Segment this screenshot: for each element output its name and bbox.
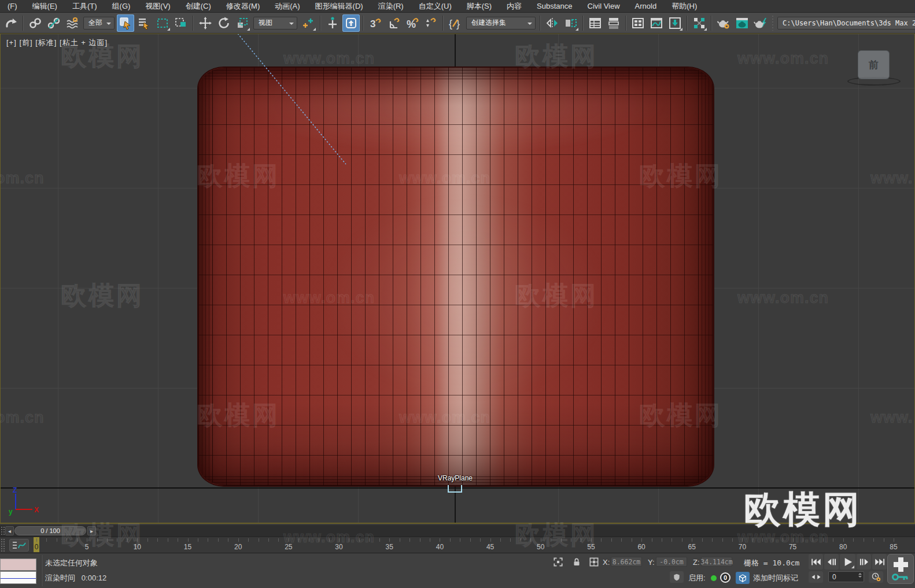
render-production-button[interactable] — [752, 14, 769, 32]
named-selection-set-dropdown[interactable]: 创建选择集 — [466, 17, 536, 29]
zero-badge[interactable]: 0 — [720, 572, 730, 583]
schematic-view-button[interactable] — [666, 14, 684, 32]
add-time-tag-button[interactable] — [736, 572, 750, 584]
select-and-link-button[interactable] — [27, 14, 44, 32]
menu-item-10[interactable]: 自定义(U) — [411, 0, 459, 12]
rectangular-selection-region-button[interactable] — [154, 14, 171, 32]
menu-item-9[interactable]: 渲染(R) — [371, 0, 411, 12]
unlink-selection-button[interactable] — [45, 14, 62, 32]
window-crossing-toggle[interactable] — [172, 14, 190, 32]
render-setup-button[interactable] — [715, 14, 732, 32]
menu-item-13[interactable]: Substance — [529, 0, 580, 12]
ruler-tick — [894, 538, 894, 542]
previous-frame-icon — [826, 558, 837, 566]
select-by-name-button[interactable] — [135, 14, 153, 32]
menu-item-16[interactable]: 帮助(H) — [664, 0, 704, 12]
progressive-display-button[interactable] — [670, 571, 684, 583]
menu-item-14[interactable]: Civil View — [580, 0, 628, 12]
angle-snap-toggle[interactable] — [385, 14, 403, 32]
menu-item-11[interactable]: 脚本(S) — [459, 0, 499, 12]
spinner-snap-toggle[interactable] — [422, 14, 440, 32]
snaps-toggle-button[interactable] — [342, 14, 360, 32]
ruler-tick — [460, 538, 460, 542]
material-editor-button[interactable] — [691, 14, 708, 32]
x-coordinate-value: 8.662cm — [613, 558, 640, 566]
previous-frame-button[interactable] — [824, 554, 839, 569]
snap-3d-toggle[interactable]: 3 — [367, 14, 384, 32]
ruler-label-85: 85 — [890, 543, 897, 551]
layer-explorer-button[interactable] — [605, 14, 622, 32]
menu-item-8[interactable]: 图形编辑器(D) — [308, 0, 371, 12]
time-slider-track[interactable]: ◂ 0 / 100 ▸ — [0, 525, 915, 537]
track-bar[interactable]: 0510152025303540455055606570758085 — [0, 537, 915, 553]
menu-item-3[interactable]: 组(G) — [105, 0, 138, 12]
absolute-offset-toggle[interactable] — [588, 556, 600, 568]
project-folder-dropdown[interactable]: C:\Users\Han\Documents\3ds Max 2022 — [777, 17, 915, 29]
next-frame-arrow-button[interactable]: ▸ — [87, 526, 96, 535]
key-mode-toggle[interactable] — [809, 571, 823, 583]
object-shading — [198, 68, 713, 486]
select-object-button[interactable] — [117, 14, 134, 32]
viewport-front[interactable]: Z X y [+] [前] [标准] [粘土 + 边面] 前 VRayPlane — [0, 34, 915, 524]
menu-item-7[interactable]: 动画(A) — [267, 0, 307, 12]
isolate-selection-button[interactable] — [552, 556, 565, 568]
selection-filter-dropdown[interactable]: 全部 — [83, 17, 115, 29]
z-coordinate-field[interactable]: 34.114cm — [701, 557, 732, 567]
viewport-label[interactable]: [+] [前] [标准] [粘土 + 边面] — [6, 38, 108, 48]
toolbar-separator — [442, 16, 444, 31]
menu-item-2[interactable]: 工具(T) — [65, 0, 105, 12]
play-animation-button[interactable] — [840, 554, 855, 569]
ruler-tick — [783, 538, 783, 542]
ruler-tick — [641, 538, 642, 542]
align-button[interactable] — [562, 14, 580, 32]
menu-item-5[interactable]: 创建(C) — [178, 0, 219, 12]
mirror-button[interactable] — [544, 14, 561, 32]
curve-editor-button[interactable] — [648, 14, 665, 32]
viewcube[interactable]: 前 — [858, 50, 890, 79]
menu-item-6[interactable]: 修改器(M) — [219, 0, 268, 12]
ribbon-toggle-button[interactable] — [629, 14, 647, 32]
redo-button[interactable] — [2, 14, 20, 32]
ruler-tick — [298, 538, 299, 542]
time-slider-handle[interactable]: 0 / 100 — [14, 526, 86, 535]
previous-frame-arrow-button[interactable]: ◂ — [5, 526, 14, 535]
y-coordinate-field[interactable]: -0.0cm — [656, 557, 687, 567]
slider-grip-handle[interactable] — [1, 526, 5, 535]
time-configuration-button[interactable] — [869, 571, 883, 583]
menu-item-0[interactable]: (F) — [0, 0, 25, 12]
go-to-end-button[interactable] — [872, 554, 887, 569]
set-keys-button[interactable] — [887, 554, 914, 584]
next-frame-button[interactable] — [857, 554, 871, 569]
go-to-start-button[interactable] — [809, 554, 823, 569]
edit-named-selection-sets-button[interactable]: {} — [447, 14, 464, 32]
vrayplane-object[interactable] — [197, 66, 714, 487]
select-and-manipulate-button[interactable] — [324, 14, 341, 32]
maxscript-mini-listener-white[interactable] — [0, 571, 36, 584]
trackbar-grip-handle[interactable] — [1, 538, 5, 552]
rendered-frame-window-button[interactable] — [733, 14, 751, 32]
listener-divider-line — [1, 578, 36, 579]
select-and-rotate-button[interactable] — [215, 14, 233, 32]
frame-field-spinner[interactable] — [858, 573, 862, 578]
menu-item-4[interactable]: 视图(V) — [138, 0, 178, 12]
grid-line — [758, 34, 759, 523]
toolbar-separator-dotted — [772, 16, 773, 31]
use-center-flyout-button[interactable] — [300, 14, 317, 32]
menu-item-15[interactable]: Arnold — [628, 0, 665, 12]
x-coordinate-field[interactable]: 8.662cm — [611, 557, 642, 567]
current-frame-field[interactable]: 0 — [828, 571, 864, 582]
chevron-down-icon — [106, 23, 111, 27]
ruler-tick — [409, 538, 410, 542]
mini-curve-editor-button[interactable] — [9, 539, 29, 552]
reference-coordinate-dropdown[interactable]: 视图 — [253, 17, 297, 29]
selection-lock-toggle[interactable] — [570, 556, 583, 568]
select-and-scale-button[interactable] — [234, 14, 251, 32]
bind-to-space-warp-button[interactable] — [64, 14, 81, 32]
menu-item-12[interactable]: 内容 — [499, 0, 529, 12]
scene-explorer-button[interactable] — [586, 14, 604, 32]
percent-snap-toggle[interactable]: % — [404, 14, 421, 32]
maxscript-mini-listener-pink[interactable] — [0, 559, 36, 571]
select-and-move-button[interactable] — [197, 14, 214, 32]
menu-item-1[interactable]: 编辑(E) — [25, 0, 65, 12]
isolate-selection-icon — [552, 556, 564, 568]
